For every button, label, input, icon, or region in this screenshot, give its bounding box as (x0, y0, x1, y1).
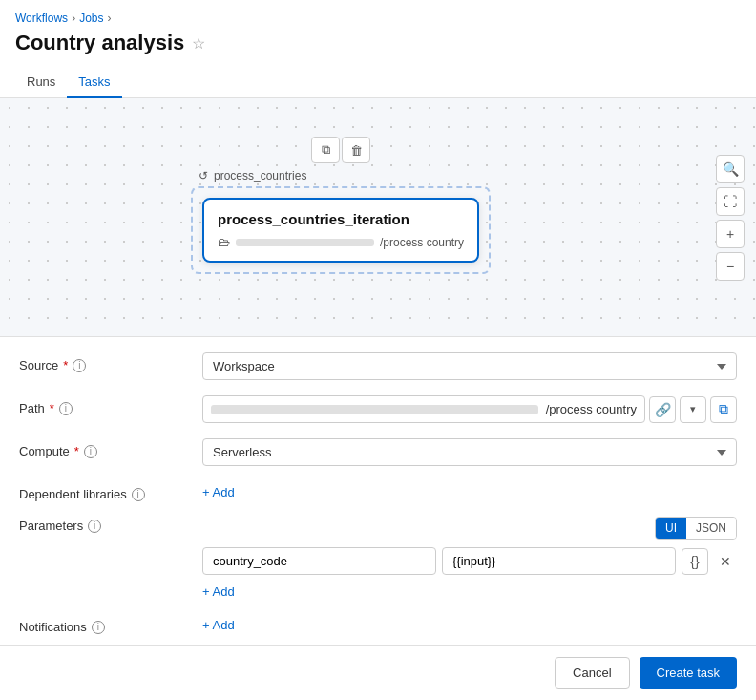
compute-select[interactable]: Serverless General Purpose Job Compute (202, 438, 737, 466)
breadcrumb-sep1: › (72, 11, 75, 25)
path-input-wrapper: /process country (202, 395, 645, 423)
tab-runs[interactable]: Runs (15, 67, 67, 98)
tabs-row: Runs Tasks (0, 67, 756, 98)
add-param-button[interactable]: + Add (202, 581, 737, 599)
path-suffix-text: /process country (546, 396, 644, 422)
path-label: Path* i (19, 395, 191, 415)
source-control: Workspace Git DBFS (202, 352, 737, 380)
notifications-row: Notifications i + Add (19, 614, 737, 634)
node-toolbar: ⧉ 🗑 (191, 137, 491, 163)
notifications-label: Notifications i (19, 614, 191, 634)
path-control: /process country 🔗 ▾ ⧉ (202, 395, 737, 423)
path-row: Path* i /process country 🔗 ▾ ⧉ (19, 395, 737, 423)
canvas-zoom-out-button[interactable]: − (716, 252, 745, 281)
dependent-libraries-label: Dependent libraries i (19, 481, 191, 501)
copy-node-button[interactable]: ⧉ (311, 137, 340, 163)
source-label: Source* i (19, 352, 191, 372)
tab-tasks[interactable]: Tasks (67, 67, 121, 98)
header: Workflows › Jobs › Country analysis ☆ (0, 0, 756, 55)
compute-info-icon[interactable]: i (84, 445, 97, 458)
canvas-search-button[interactable]: 🔍 (716, 155, 745, 183)
delete-node-button[interactable]: 🗑 (342, 137, 370, 163)
page-title-row: Country analysis ☆ (15, 31, 741, 55)
dependent-libraries-control: + Add (202, 481, 737, 499)
parameters-info-icon[interactable]: i (88, 520, 101, 533)
canvas-area: ⧉ 🗑 ↺ process_countries process_countrie… (0, 98, 756, 337)
notifications-control: + Add (202, 614, 737, 632)
outer-dashed-container: process_countries_iteration 🗁 /process c… (191, 186, 491, 274)
task-container: ⧉ 🗑 ↺ process_countries process_countrie… (191, 137, 491, 274)
dependent-libraries-row: Dependent libraries i + Add (19, 481, 737, 501)
add-notification-button[interactable]: + Add (202, 614, 737, 632)
form-area: Source* i Workspace Git DBFS Path* i /pr… (0, 337, 756, 665)
cancel-button[interactable]: Cancel (555, 657, 629, 689)
create-task-button[interactable]: Create task (640, 657, 737, 689)
path-info-icon[interactable]: i (59, 402, 73, 415)
source-select[interactable]: Workspace Git DBFS (202, 352, 737, 380)
param-key-input[interactable] (202, 547, 436, 575)
folder-icon: 🗁 (218, 235, 230, 249)
path-preview-bar (236, 239, 374, 246)
params-header: UI JSON (202, 517, 737, 540)
refresh-icon: ↺ (199, 169, 208, 182)
path-preview (211, 405, 538, 414)
toggle-ui-button[interactable]: UI (656, 518, 686, 539)
param-format-button[interactable]: {} (682, 548, 708, 575)
page-title: Country analysis (15, 31, 184, 55)
path-copy-button[interactable]: ⧉ (710, 396, 737, 423)
compute-row: Compute* i Serverless General Purpose Jo… (19, 438, 737, 466)
task-node-path: 🗁 /process country (218, 235, 464, 249)
canvas-controls: 🔍 ⛶ + − (716, 155, 745, 281)
path-dropdown-button[interactable]: ▾ (680, 396, 706, 423)
parent-task-name: process_countries (214, 169, 306, 182)
toggle-json-button[interactable]: JSON (686, 518, 736, 539)
source-row: Source* i Workspace Git DBFS (19, 352, 737, 380)
param-row: {} ✕ (202, 547, 737, 575)
param-remove-button[interactable]: ✕ (714, 550, 737, 573)
breadcrumb-sep2: › (107, 11, 111, 25)
task-node[interactable]: process_countries_iteration 🗁 /process c… (202, 198, 479, 263)
parameters-row: Parameters i UI JSON {} ✕ + Add (19, 517, 737, 599)
favorite-icon[interactable]: ☆ (192, 34, 205, 53)
ui-json-toggle: UI JSON (655, 517, 737, 540)
source-info-icon[interactable]: i (73, 359, 86, 372)
task-node-path-suffix: /process country (380, 236, 464, 249)
add-library-button[interactable]: + Add (202, 481, 737, 499)
path-field-row: /process country 🔗 ▾ ⧉ (202, 395, 737, 423)
task-node-name: process_countries_iteration (218, 211, 464, 227)
breadcrumb: Workflows › Jobs › (15, 11, 741, 25)
dependent-libraries-info-icon[interactable]: i (132, 488, 145, 501)
notifications-info-icon[interactable]: i (92, 621, 105, 634)
breadcrumb-jobs[interactable]: Jobs (79, 11, 103, 25)
parameters-label: Parameters i (19, 517, 191, 533)
parent-task-label: ↺ process_countries (191, 169, 491, 182)
compute-control: Serverless General Purpose Job Compute (202, 438, 737, 466)
compute-label: Compute* i (19, 438, 191, 458)
param-value-input[interactable] (442, 547, 676, 575)
canvas-zoom-in-button[interactable]: + (716, 220, 745, 248)
footer: Cancel Create task (0, 645, 756, 700)
parameters-control: UI JSON {} ✕ + Add (202, 517, 737, 599)
breadcrumb-workflows[interactable]: Workflows (15, 11, 68, 25)
path-open-button[interactable]: 🔗 (649, 396, 676, 423)
canvas-expand-button[interactable]: ⛶ (716, 187, 745, 216)
